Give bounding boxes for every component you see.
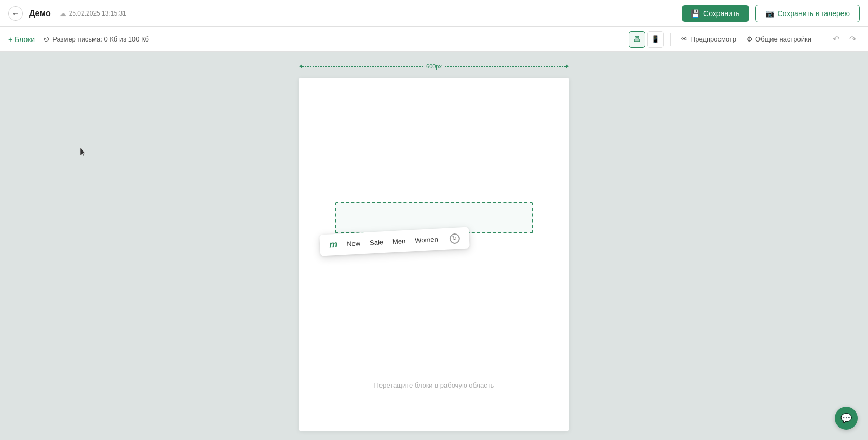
email-canvas: m New Sale Men Women ↻ Перетащите блоки … — [299, 78, 569, 431]
drop-hint: Перетащите блоки в рабочую область — [299, 381, 569, 389]
chat-icon: 💬 — [840, 412, 852, 424]
preview-button[interactable]: 👁 Предпросмотр — [677, 33, 740, 45]
rotate-handle[interactable]: ↻ — [449, 233, 460, 244]
mobile-icon: 📱 — [651, 35, 660, 43]
blocks-button[interactable]: + Блоки — [8, 35, 35, 44]
desktop-view-button[interactable]: 🖶 — [629, 31, 645, 48]
gallery-icon: 📷 — [765, 9, 774, 18]
toolbar-divider — [670, 33, 671, 46]
width-arrow-right — [566, 64, 569, 68]
desktop-icon: 🖶 — [633, 35, 640, 43]
nav-card[interactable]: m New Sale Men Women ↻ — [319, 227, 470, 256]
chat-button[interactable]: 💬 — [835, 407, 858, 430]
toolbar-left: + Блоки ⏲ Размер письма: 0 Кб из 100 Кб — [8, 35, 149, 44]
save-gallery-button[interactable]: 📷 Сохранить в галерею — [755, 5, 860, 22]
floating-nav: m New Sale Men Women ↻ — [320, 231, 559, 252]
app-title: Демо — [29, 9, 51, 18]
mobile-view-button[interactable]: 📱 — [647, 31, 664, 48]
back-icon: ← — [12, 9, 19, 18]
eye-icon: 👁 — [681, 35, 688, 43]
toolbar-right: 🖶 📱 👁 Предпросмотр ⚙ Общие настройки ↶ ↷ — [629, 31, 860, 48]
save-icon: 💾 — [691, 9, 700, 18]
clock-icon: ⏲ — [43, 35, 50, 43]
width-line-right — [445, 66, 566, 67]
cloud-icon: ☁ — [59, 9, 66, 18]
redo-button[interactable]: ↷ — [845, 32, 860, 47]
back-button[interactable]: ← — [8, 6, 23, 21]
nav-item-men: Men — [392, 237, 406, 245]
canvas-area: 600px m New Sale Men Women ↻ Пер — [0, 52, 868, 440]
letter-size-info: ⏲ Размер письма: 0 Кб из 100 Кб — [43, 35, 149, 43]
top-nav: ← Демо ☁ 25.02.2025 13:15:31 💾 Сохранить… — [0, 0, 868, 27]
toolbar-divider-2 — [822, 33, 822, 46]
nav-item-women: Women — [415, 236, 438, 244]
nav-logo: m — [329, 239, 338, 251]
width-label: 600px — [423, 63, 445, 70]
nav-item-new: New — [347, 239, 361, 248]
toolbar: + Блоки ⏲ Размер письма: 0 Кб из 100 Кб … — [0, 27, 868, 52]
undo-button[interactable]: ↶ — [829, 32, 843, 47]
settings-button[interactable]: ⚙ Общие настройки — [742, 33, 816, 45]
nav-item-sale: Sale — [370, 238, 384, 246]
width-line-left — [302, 66, 423, 67]
save-button[interactable]: 💾 Сохранить — [682, 5, 749, 22]
save-timestamp: ☁ 25.02.2025 13:15:31 — [59, 9, 126, 18]
cursor — [80, 148, 87, 157]
gear-icon: ⚙ — [747, 35, 753, 43]
